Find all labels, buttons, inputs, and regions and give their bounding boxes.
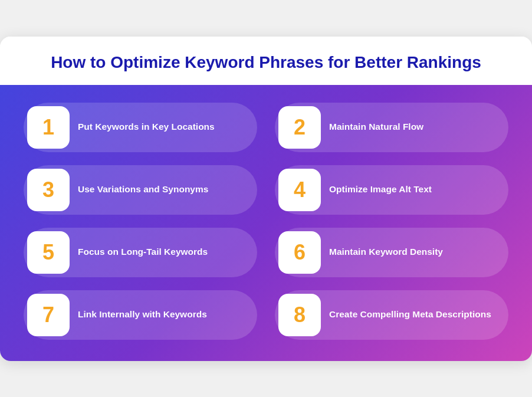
item-label-3: Use Variations and Synonyms: [78, 183, 208, 195]
number-box-5: 5: [27, 231, 70, 274]
number-1: 1: [42, 115, 54, 140]
list-item-4: 4 Optimize Image Alt Text: [275, 165, 508, 215]
number-6: 6: [294, 240, 306, 265]
card-body: 1 Put Keywords in Key Locations 2 Mainta…: [0, 85, 532, 361]
item-label-4: Optimize Image Alt Text: [329, 183, 432, 195]
number-box-7: 7: [27, 294, 70, 336]
number-box-1: 1: [27, 106, 70, 149]
item-label-7: Link Internally with Keywords: [78, 309, 207, 320]
number-5: 5: [42, 240, 54, 265]
number-box-8: 8: [278, 294, 321, 336]
number-3: 3: [42, 178, 54, 202]
number-2: 2: [294, 115, 306, 140]
number-box-6: 6: [278, 231, 321, 274]
number-8: 8: [294, 303, 306, 327]
list-item-5: 5 Focus on Long-Tail Keywords: [24, 228, 257, 277]
number-box-4: 4: [278, 169, 321, 211]
item-label-5: Focus on Long-Tail Keywords: [78, 246, 208, 258]
list-item-6: 6 Maintain Keyword Density: [275, 228, 508, 277]
list-item-3: 3 Use Variations and Synonyms: [24, 165, 257, 215]
items-grid: 1 Put Keywords in Key Locations 2 Mainta…: [24, 103, 508, 340]
item-label-6: Maintain Keyword Density: [329, 246, 443, 258]
number-7: 7: [42, 303, 54, 327]
number-box-2: 2: [278, 106, 321, 149]
main-card: How to Optimize Keyword Phrases for Bett…: [0, 37, 532, 361]
list-item-2: 2 Maintain Natural Flow: [275, 103, 508, 152]
page-title: How to Optimize Keyword Phrases for Bett…: [24, 53, 508, 72]
number-4: 4: [294, 178, 306, 202]
item-label-2: Maintain Natural Flow: [329, 121, 423, 133]
card-header: How to Optimize Keyword Phrases for Bett…: [0, 37, 532, 85]
item-label-1: Put Keywords in Key Locations: [78, 121, 215, 133]
number-box-3: 3: [27, 169, 70, 211]
list-item-1: 1 Put Keywords in Key Locations: [24, 103, 257, 152]
list-item-8: 8 Create Compelling Meta Descriptions: [275, 290, 508, 340]
item-label-8: Create Compelling Meta Descriptions: [329, 309, 491, 320]
list-item-7: 7 Link Internally with Keywords: [24, 290, 257, 340]
